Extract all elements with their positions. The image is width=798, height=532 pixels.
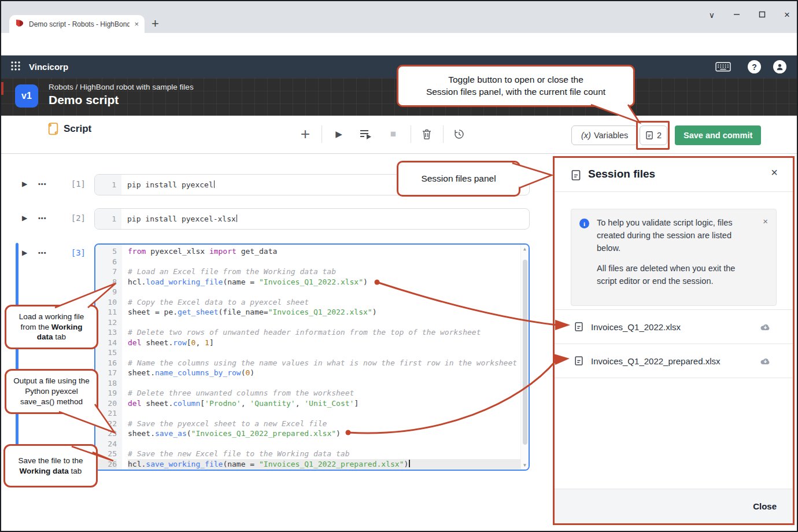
code-line[interactable] <box>128 378 520 389</box>
window-controls: ∨ × <box>709 9 790 21</box>
cell-index: [2] <box>58 213 86 223</box>
delete-cell-button[interactable] <box>419 126 435 142</box>
file-icon <box>571 169 581 183</box>
line-number-gutter: 1 <box>95 209 121 229</box>
code-line[interactable]: sheet = pe.get_sheet(file_name="Invoices… <box>128 307 520 317</box>
download-icon[interactable] <box>760 357 771 365</box>
line-number: 1 <box>95 214 116 224</box>
code-line[interactable]: sheet.save_as("Invoices_Q1_2022_prepared… <box>128 428 520 439</box>
window-close-button[interactable]: × <box>784 9 790 21</box>
code-line[interactable] <box>128 408 520 419</box>
run-cell-button[interactable]: ▶ <box>331 126 347 142</box>
callout-text: Output a file using the Python pyexcel s… <box>9 376 94 407</box>
line-number: 8 <box>95 277 117 287</box>
stop-button[interactable]: ■ <box>385 126 401 142</box>
text-cursor <box>214 180 215 188</box>
code-line[interactable]: pip install pyexcel-xlsx <box>127 214 529 224</box>
session-file-row[interactable]: Invoices_Q1_2022.xlsx <box>555 309 793 343</box>
cell-menu-button[interactable]: ••• <box>38 215 47 221</box>
run-cell-button[interactable]: ▶ <box>22 214 27 222</box>
save-and-commit-button[interactable]: Save and commit <box>675 125 761 145</box>
text-cursor <box>409 460 410 467</box>
keyboard-shortcuts-icon[interactable] <box>715 62 731 72</box>
code-editor[interactable]: from pyexcel_xlsx import get_data# Load … <box>122 245 520 470</box>
script-toolbar: Script + ▶ ■ (x) Variables 2 Save and co… <box>0 116 798 154</box>
code-editor[interactable]: pip install pyexcel-xlsx <box>121 209 529 229</box>
download-icon[interactable] <box>760 323 771 331</box>
line-number: 11 <box>95 307 117 317</box>
callout-text: Toggle button to open or close the <box>448 74 583 86</box>
breadcrumb[interactable]: Robots / HighBond robot with sample file… <box>49 83 194 91</box>
window-chevron-icon[interactable]: ∨ <box>709 10 715 20</box>
code-line[interactable]: # Save the new Excel file to the Working… <box>128 449 520 459</box>
code-cell-selected[interactable]: 567891011121314151617181920212223242526 … <box>94 243 530 471</box>
app-launcher-icon[interactable] <box>10 61 21 73</box>
scrollbar-thumb[interactable] <box>523 260 527 445</box>
version-badge: v1 <box>15 84 38 108</box>
scroll-down-icon[interactable]: ▼ <box>521 463 529 468</box>
browser-tab-strip: Demo script - Robots - HighBond × + ∨ × <box>0 0 798 33</box>
account-icon[interactable] <box>773 60 786 73</box>
line-number-gutter: 567891011121314151617181920212223242526 <box>95 245 122 470</box>
org-name[interactable]: Vincicorp <box>29 62 68 72</box>
run-all-button[interactable] <box>357 126 374 142</box>
callout-text: Save the file to the Working data tab <box>11 456 90 476</box>
line-number: 18 <box>95 378 117 389</box>
browser-tab[interactable]: Demo script - Robots - HighBond × <box>9 15 145 33</box>
code-cell[interactable]: 1 pip install pyexcel-xlsx <box>94 208 530 230</box>
callout-output-file: Output a file using the Python pyexcel s… <box>5 369 98 414</box>
code-line[interactable]: del sheet.column['Prodno', 'Quantity', '… <box>128 398 520 409</box>
code-line[interactable]: hcl.save_working_file(name = "Invoices_Q… <box>128 459 520 470</box>
line-number: 6 <box>95 257 117 267</box>
panel-close-icon[interactable]: × <box>771 166 778 179</box>
window-minimize-button[interactable] <box>733 10 740 20</box>
code-line[interactable]: hcl.load_working_file(name = "Invoices_Q… <box>128 277 520 287</box>
code-line[interactable]: # Save the pyexcel sheet to a new Excel … <box>128 419 520 429</box>
line-number: 15 <box>95 348 117 358</box>
code-line[interactable] <box>128 317 520 328</box>
run-cell-button[interactable]: ▶ <box>22 180 27 188</box>
variables-prefix: (x) <box>581 131 591 140</box>
line-number: 22 <box>95 419 117 429</box>
code-line[interactable]: sheet.name_columns_by_row(0) <box>128 368 520 378</box>
tab-close-icon[interactable]: × <box>134 20 139 28</box>
session-files-list: Invoices_Q1_2022.xlsxInvoices_Q1_2022_pr… <box>555 309 793 378</box>
line-number: 26 <box>95 459 117 470</box>
script-scroll-icon <box>46 121 60 138</box>
line-number: 5 <box>95 246 117 257</box>
callout-text: Session files panel <box>421 173 496 184</box>
info-dismiss-icon[interactable]: × <box>763 216 768 226</box>
browser-toolbar: ← → vincicorp.flows.highbond.com/orgs/11… <box>0 33 798 56</box>
code-line[interactable] <box>128 348 520 358</box>
code-line[interactable]: # Load an Excel file from the Working da… <box>128 267 520 277</box>
close-button[interactable]: Close <box>753 501 777 511</box>
code-line[interactable]: from pyexcel_xlsx import get_data <box>128 246 520 257</box>
session-files-panel: Session files × i × To help you validate… <box>553 156 795 525</box>
code-line[interactable]: # Delete two rows of unwanted header inf… <box>128 327 520 338</box>
code-line[interactable]: # Delete three unwanted columns from the… <box>128 388 520 398</box>
add-cell-button[interactable]: + <box>297 126 313 142</box>
new-tab-button[interactable]: + <box>152 16 159 31</box>
code-line[interactable] <box>128 439 520 449</box>
line-number: 9 <box>95 287 117 297</box>
line-number: 13 <box>95 327 117 338</box>
code-line[interactable]: # Copy the Excel data to a pyexcel sheet <box>128 297 520 308</box>
variables-button[interactable]: (x) Variables <box>571 125 638 145</box>
code-line[interactable]: # Name the columns using the name values… <box>128 358 520 368</box>
help-icon[interactable]: ? <box>748 60 761 73</box>
window-maximize-button[interactable] <box>759 10 766 20</box>
line-number: 21 <box>95 408 117 419</box>
line-number-gutter: 1 <box>95 175 121 195</box>
scroll-up-icon[interactable]: ▲ <box>521 246 529 252</box>
cell-menu-button[interactable]: ••• <box>38 249 47 256</box>
cell-menu-button[interactable]: ••• <box>38 180 47 187</box>
session-file-row[interactable]: Invoices_Q1_2022_prepared.xlsx <box>555 343 793 378</box>
toolbar-divider <box>443 125 444 143</box>
run-cell-button[interactable]: ▶ <box>22 249 27 257</box>
line-number: 7 <box>95 267 117 277</box>
code-line[interactable]: del sheet.row[0, 1] <box>128 338 520 348</box>
code-line[interactable] <box>128 287 520 297</box>
code-line[interactable] <box>128 257 520 267</box>
editor-scrollbar[interactable]: ▲ ▼ <box>520 245 529 470</box>
history-button[interactable] <box>451 126 467 142</box>
